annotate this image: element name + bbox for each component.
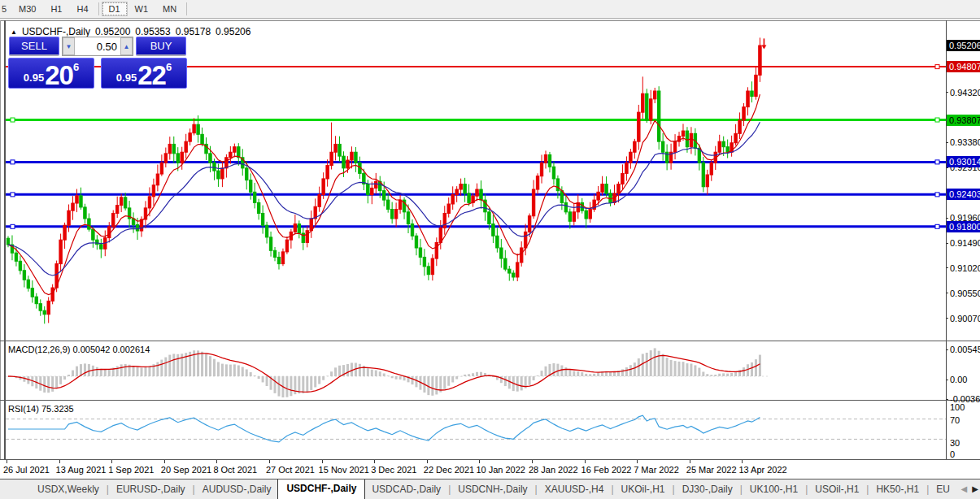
chart-tab-usdcnh-daily[interactable]: USDCNH-,Daily: [451, 480, 534, 498]
date-tick-mark: [532, 460, 533, 463]
date-label: 16 Feb 2022: [581, 465, 632, 475]
rsi-pane-canvas[interactable]: [6, 401, 946, 459]
pane-separator-macd[interactable]: [0, 341, 980, 341]
level-price-badge: 0.93014: [947, 156, 980, 167]
date-tick-mark: [742, 460, 743, 463]
chart-tab-usdchf-daily[interactable]: USDCHF-,Daily: [277, 479, 365, 499]
timeframe-button-m30[interactable]: M30: [11, 2, 43, 16]
current-price-badge: 0.95206: [947, 40, 980, 51]
timeframe-button-h4[interactable]: H4: [69, 2, 95, 16]
macd-axis-tick: [946, 399, 948, 400]
price-tick-label: 0.90070: [950, 314, 980, 323]
chart-tab-eurusd-daily[interactable]: EURUSD-,Daily: [110, 480, 192, 498]
rsi-axis-label: 100: [950, 402, 965, 412]
macd-axis-label: 0.00545: [950, 345, 980, 354]
pane-separator-rsi[interactable]: [0, 400, 980, 401]
chart-tab-dj30-daily[interactable]: DJ30-,Daily: [676, 480, 739, 498]
level-price-badge: 0.93807: [947, 115, 980, 126]
rsi-line: [8, 415, 760, 442]
date-label: 15 Nov 2021: [319, 465, 369, 475]
buy-price-plate[interactable]: 0.95 22 6: [101, 58, 187, 89]
macd-axis-tick: [946, 349, 948, 350]
chart-window: ▲ USDCHF-,Daily 0.95200 0.95353 0.95178 …: [0, 20, 980, 479]
sell-price-prefix: 0.95: [24, 72, 44, 84]
timeframe-button-d1[interactable]: D1: [102, 2, 128, 16]
date-tick-mark: [7, 460, 7, 463]
level-price-badge: 0.94807: [947, 61, 980, 72]
volume-increase-button[interactable]: ▲: [120, 37, 133, 55]
price-tick-mark: [946, 293, 948, 293]
chart-tab-usoil-h1[interactable]: USOil-,H1: [808, 480, 865, 498]
ohlc-open: 0.95200: [95, 26, 130, 37]
timeframe-button-h1[interactable]: H1: [43, 2, 69, 16]
ohlc-low: 0.95178: [176, 26, 211, 37]
date-label: 13 Apr 2022: [738, 465, 786, 475]
date-tick-mark: [637, 460, 638, 463]
macd-label: MACD(12,26,9) 0.005042 0.002614: [8, 345, 150, 354]
rsi-axis-label: 0: [950, 449, 955, 459]
chart-tab-usdcad-daily[interactable]: USDCAD-,Daily: [365, 480, 447, 498]
price-tick-label: 0.91020: [950, 263, 980, 273]
chart-tab-uk100-h1[interactable]: UK100-,H1: [743, 480, 804, 498]
price-tick-mark: [946, 142, 948, 143]
one-click-trading-panel: SELL ▼ 0.50 ▲ BUY 0.95 20 6 0.95 22 6: [8, 37, 187, 89]
chart-tab-eu[interactable]: EU: [930, 480, 956, 498]
date-tick-mark: [479, 460, 480, 463]
tab-scroll-arrows: ◀ ▶: [961, 484, 978, 493]
macd-axis-label: 0.00: [950, 375, 967, 384]
date-label: 3 Dec 2021: [371, 465, 416, 475]
chart-tab-audusd-daily[interactable]: AUDUSD-,Daily: [196, 480, 278, 498]
tab-scroll-right-icon[interactable]: ▶: [972, 484, 978, 493]
price-tick-mark: [946, 267, 948, 268]
symbol-name: USDCHF-,Daily: [22, 26, 90, 37]
price-tick-mark: [946, 92, 948, 93]
date-label: 20 Sep 2021: [161, 465, 211, 475]
date-tick-mark: [111, 460, 112, 463]
date-axis[interactable]: 26 Jul 202113 Aug 20211 Sep 202120 Sep 2…: [0, 460, 980, 479]
sell-price-main: 20: [45, 63, 73, 88]
level-price-badge: 0.91800: [947, 221, 980, 232]
sell-price-pip: 6: [73, 61, 79, 73]
chart-tab-hk50-h1[interactable]: HK50-,H1: [869, 480, 926, 498]
timeframe-button-mn[interactable]: MN: [155, 2, 184, 16]
price-tick-label: 0.90550: [950, 289, 980, 298]
sell-price-plate[interactable]: 0.95 20 6: [8, 58, 94, 89]
date-label: 8 Oct 2021: [213, 465, 257, 475]
buy-button[interactable]: BUY: [136, 37, 186, 56]
buy-price-pip: 6: [166, 61, 172, 73]
tab-scroll-left-icon[interactable]: ◀: [961, 484, 968, 493]
last-price-marker-icon: [761, 38, 766, 49]
price-tick-label: 0.91490: [950, 238, 980, 248]
collapse-arrow-icon[interactable]: ▲: [11, 28, 17, 36]
mt4-terminal: 5M30H1H4D1W1MN ▲ USDCHF-,Daily 0.95200 0…: [0, 0, 980, 499]
timeframe-toolbar: 5M30H1H4D1W1MN: [0, 0, 980, 19]
timeframe-button-w1[interactable]: W1: [128, 2, 156, 16]
price-tick-mark: [946, 318, 948, 319]
date-label: 26 Jul 2021: [3, 465, 50, 475]
date-label: 22 Dec 2021: [424, 465, 474, 475]
level-price-badge: 0.92403: [947, 189, 980, 200]
date-tick-mark: [374, 460, 375, 463]
chart-tab-usdx-weekly[interactable]: USDX,Weekly: [31, 480, 106, 498]
ohlc-high: 0.95353: [135, 26, 170, 37]
date-tick-mark: [269, 460, 270, 463]
timeframe-button-5[interactable]: 5: [0, 2, 11, 16]
chart-tab-ukoil-h1[interactable]: UKOil-,H1: [615, 480, 672, 498]
date-tick-mark: [427, 460, 428, 463]
chart-title: ▲ USDCHF-,Daily 0.95200 0.95353 0.95178 …: [11, 26, 250, 37]
chart-tab-xauusd-h4[interactable]: XAUUSD-,H4: [538, 480, 611, 498]
rsi-axis-label: 30: [950, 438, 960, 448]
date-tick-mark: [216, 460, 217, 463]
date-tick-mark: [322, 460, 323, 463]
date-label: 27 Oct 2021: [266, 465, 315, 475]
price-tick-mark: [946, 243, 948, 244]
date-tick-mark: [690, 460, 690, 463]
volume-input[interactable]: 0.50: [75, 37, 120, 55]
date-label: 1 Sep 2021: [108, 465, 154, 475]
date-label: 13 Aug 2021: [56, 465, 107, 475]
sell-button[interactable]: SELL: [9, 37, 59, 56]
date-tick-mark: [59, 460, 60, 463]
macd-axis-tick: [946, 380, 948, 380]
chart-border-left-outer: [0, 20, 1, 459]
volume-decrease-button[interactable]: ▼: [63, 37, 75, 55]
